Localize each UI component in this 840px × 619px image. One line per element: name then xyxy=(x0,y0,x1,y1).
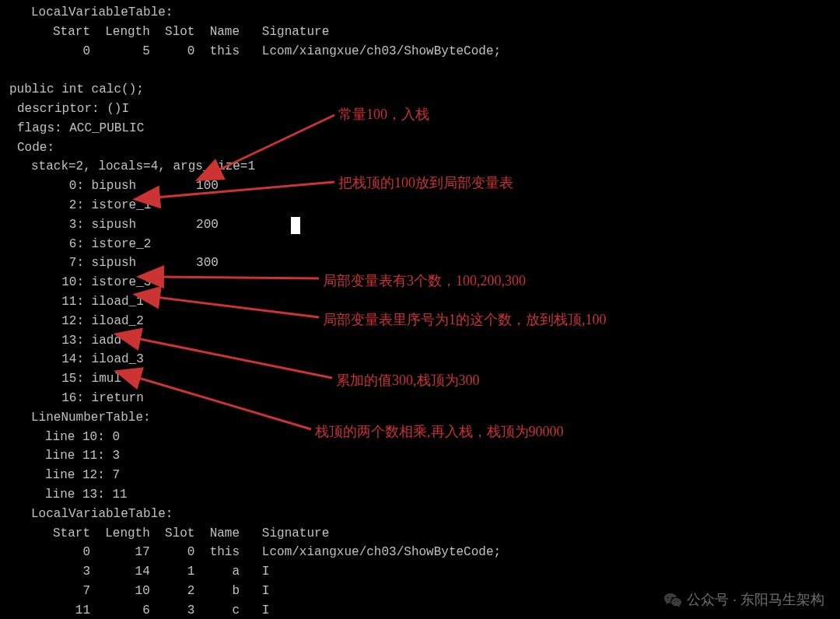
bc-2: 3: sipush 200 xyxy=(0,215,840,235)
lvt2-r1: 3 14 1 a I xyxy=(0,562,840,582)
lvt2-r0: 0 17 0 this Lcom/xiangxue/ch03/ShowByteC… xyxy=(0,543,840,562)
annot-iload1: 局部变量表里序号为1的这个数，放到栈顶,100 xyxy=(323,310,607,331)
lnt-2: line 12: 7 xyxy=(0,466,840,485)
annot-imul: 栈顶的两个数相乘,再入栈，栈顶为90000 xyxy=(315,421,564,443)
annot-istore1: 把栈顶的100放到局部变量表 xyxy=(338,173,513,194)
lvt-header: LocalVariableTable: xyxy=(0,3,840,23)
annot-3nums: 局部变量表有3个数，100,200,300 xyxy=(323,271,526,292)
lvt-cols: Start Length Slot Name Signature xyxy=(0,23,840,42)
lvt2-label: LocalVariableTable: xyxy=(0,505,840,524)
bc-3: 6: istore_2 xyxy=(0,235,840,254)
bc-8: 13: iadd xyxy=(0,331,840,351)
bc-1: 2: istore_1 xyxy=(0,196,840,215)
lvt-row-0: 0 5 0 this Lcom/xiangxue/ch03/ShowByteCo… xyxy=(0,42,840,61)
text-cursor xyxy=(291,217,300,234)
bc-9: 14: iload_3 xyxy=(0,350,840,369)
annot-iadd: 累加的值300,栈顶为300 xyxy=(336,370,480,392)
lvt2-cols: Start Length Slot Name Signature xyxy=(0,524,840,544)
annot-const100: 常量100，入栈 xyxy=(338,104,429,126)
watermark-text: 公众号 · 东阳马生架构 xyxy=(687,589,824,611)
watermark: 公众号 · 东阳马生架构 xyxy=(663,589,824,611)
lnt-3: line 13: 11 xyxy=(0,485,840,505)
lnt-1: line 11: 3 xyxy=(0,446,840,466)
wechat-icon xyxy=(663,591,682,610)
code-label: Code: xyxy=(0,138,840,158)
bc-2-text: 3: sipush 200 xyxy=(47,218,219,232)
method-decl: public int calc(); xyxy=(0,80,840,100)
